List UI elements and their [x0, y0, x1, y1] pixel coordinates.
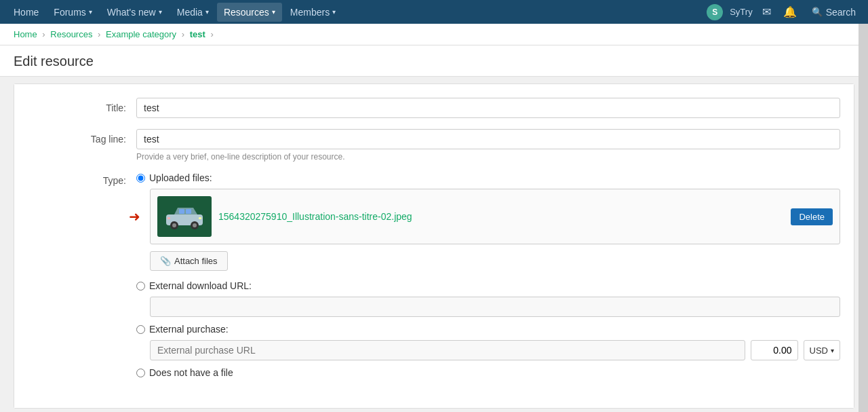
type-row: Type: Uploaded files: ➜ — [28, 172, 840, 383]
breadcrumb-sep: › — [42, 29, 45, 39]
tagline-field: Provide a very brief, one-line descripti… — [136, 129, 840, 162]
svg-point-7 — [193, 223, 197, 227]
tagline-input[interactable] — [136, 129, 840, 149]
no-file-radio[interactable] — [136, 369, 145, 377]
type-label: Type: — [28, 172, 136, 186]
svg-point-5 — [172, 223, 176, 227]
svg-rect-9 — [167, 217, 170, 219]
avatar[interactable]: S — [707, 4, 723, 20]
delete-button[interactable]: Delete — [791, 208, 833, 225]
uploaded-files-radio-row: Uploaded files: — [136, 172, 840, 183]
breadcrumb-current: test — [190, 29, 205, 39]
no-file-radio-label[interactable]: Does not have a file — [149, 367, 233, 378]
svg-rect-3 — [186, 209, 191, 214]
ext-url-radio[interactable] — [136, 282, 145, 291]
arrow-indicator: ➜ — [129, 208, 140, 225]
form-panel: Title: Tag line: Provide a very brief, o… — [14, 83, 854, 409]
search-label: Search — [826, 7, 856, 18]
nav-home[interactable]: Home — [7, 3, 45, 22]
title-field — [136, 98, 840, 118]
file-thumbnail — [157, 196, 212, 237]
nav-whats-new-label: What's new — [107, 7, 156, 18]
page-title: Edit resource — [14, 54, 854, 69]
scrollbar[interactable] — [859, 24, 868, 412]
uploaded-files-radio-label[interactable]: Uploaded files: — [149, 172, 212, 183]
breadcrumb-resources[interactable]: Resources — [50, 29, 92, 39]
file-box: ➜ — [150, 189, 840, 244]
breadcrumb-sep: › — [210, 29, 213, 39]
file-link[interactable]: 1564320275910_Illustration-sans-titre-02… — [218, 211, 784, 222]
paperclip-icon: 📎 — [160, 256, 171, 266]
nav-resources[interactable]: Resources ▾ — [217, 3, 282, 22]
title-row: Title: — [28, 98, 840, 118]
type-field: Uploaded files: ➜ — [136, 172, 840, 383]
breadcrumb-home[interactable]: Home — [14, 29, 37, 39]
price-input[interactable] — [751, 340, 798, 360]
nav-home-label: Home — [14, 7, 39, 18]
ext-purchase-url-input[interactable] — [150, 340, 745, 360]
attach-files-button[interactable]: 📎 Attach files — [150, 251, 228, 271]
tagline-label: Tag line: — [28, 129, 136, 145]
user-initial: S — [712, 7, 717, 17]
currency-value: USD — [810, 345, 828, 356]
uploaded-files-radio[interactable] — [136, 174, 145, 183]
mail-icon[interactable]: ✉ — [760, 4, 774, 20]
breadcrumb: Home › Resources › Example category › te… — [0, 24, 868, 45]
chevron-down-icon: ▾ — [89, 8, 92, 16]
currency-select[interactable]: USD ▾ — [804, 340, 840, 360]
chevron-down-icon: ▾ — [332, 8, 336, 16]
ext-url-radio-row: External download URL: — [136, 280, 840, 291]
bell-icon[interactable]: 🔔 — [781, 4, 800, 20]
svg-rect-2 — [179, 209, 184, 214]
nav-members-label: Members — [290, 7, 330, 18]
no-file-radio-row: Does not have a file — [136, 367, 840, 378]
breadcrumb-example-category[interactable]: Example category — [106, 29, 176, 39]
username[interactable]: SyTry — [730, 7, 752, 17]
top-nav: Home Forums ▾ What's new ▾ Media ▾ Resou… — [0, 0, 868, 24]
ext-purchase-radio-row: External purchase: — [136, 324, 840, 335]
nav-whats-new[interactable]: What's new ▾ — [100, 3, 169, 22]
nav-forums-label: Forums — [54, 7, 85, 18]
nav-media[interactable]: Media ▾ — [170, 3, 216, 22]
ext-purchase-radio-label[interactable]: External purchase: — [149, 324, 229, 335]
chevron-down-icon: ▾ — [272, 8, 275, 16]
page-title-bar: Edit resource — [0, 45, 868, 77]
file-entry: 1564320275910_Illustration-sans-titre-02… — [157, 196, 833, 237]
nav-members[interactable]: Members ▾ — [283, 3, 342, 22]
tagline-hint: Provide a very brief, one-line descripti… — [136, 152, 840, 162]
ext-url-radio-label[interactable]: External download URL: — [149, 280, 252, 291]
attach-label: Attach files — [174, 256, 218, 266]
breadcrumb-sep: › — [182, 29, 184, 39]
chevron-down-icon: ▾ — [831, 347, 834, 354]
tagline-row: Tag line: Provide a very brief, one-line… — [28, 129, 840, 162]
title-label: Title: — [28, 98, 136, 113]
svg-rect-8 — [199, 217, 201, 219]
search-button[interactable]: 🔍 Search — [806, 4, 861, 20]
chevron-down-icon: ▾ — [159, 8, 162, 16]
search-icon: 🔍 — [812, 7, 823, 17]
ext-purchase-radio[interactable] — [136, 325, 145, 334]
title-input[interactable] — [136, 98, 840, 118]
breadcrumb-sep: › — [98, 29, 100, 39]
chevron-down-icon: ▾ — [205, 8, 209, 16]
ext-url-input[interactable] — [150, 297, 840, 317]
main-content: Home › Resources › Example category › te… — [0, 24, 868, 412]
nav-media-label: Media — [177, 7, 203, 18]
nav-forums[interactable]: Forums ▾ — [47, 3, 98, 22]
form: Title: Tag line: Provide a very brief, o… — [14, 84, 854, 408]
nav-resources-label: Resources — [224, 7, 269, 18]
